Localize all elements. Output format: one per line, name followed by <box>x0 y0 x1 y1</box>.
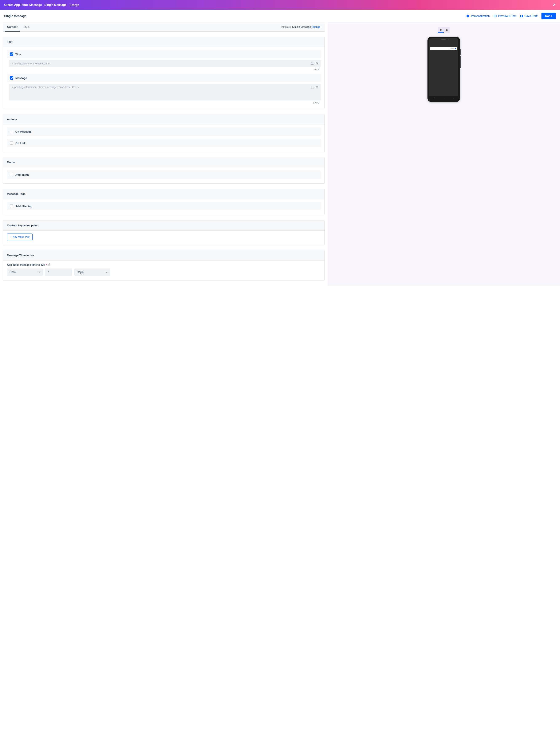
save-draft-button[interactable]: Save Draft <box>520 14 537 18</box>
android-toggle[interactable] <box>438 27 444 33</box>
add-kv-button[interactable]: + Key-Value Pair <box>7 233 33 240</box>
template-info: Template: Simple Message Change <box>280 25 320 28</box>
banner-left: Create App Inbox Message - Single Messag… <box>4 3 79 6</box>
main-layout: Content Style Template: Simple Message C… <box>0 22 560 286</box>
tags-card-header: Message Tags <box>3 189 324 199</box>
kv-button-label: Key-Value Pair <box>13 236 29 238</box>
title-label: Title <box>15 53 21 56</box>
add-filter-label: Add filter tag <box>15 205 32 208</box>
message-row: Message <box>7 74 321 82</box>
notification-time: Just now <box>449 48 455 49</box>
ttl-card: Message Time to live App Inbox message t… <box>3 250 325 281</box>
android-icon <box>439 28 442 31</box>
phone-side-button-2 <box>460 56 461 68</box>
template-change-link[interactable]: Change <box>312 25 320 28</box>
tab-content[interactable]: Content <box>7 22 18 32</box>
on-message-label: On Message <box>15 130 32 133</box>
title-char-count: 0 / 50 <box>9 68 321 71</box>
ttl-unit-select[interactable]: Day(s) <box>74 268 110 275</box>
banner-title: Create App Inbox Message - Single Messag… <box>4 3 66 6</box>
message-char-count: 0 / 250 <box>9 102 321 104</box>
required-asterisk: * <box>46 263 47 266</box>
add-image-checkbox[interactable] <box>10 173 13 176</box>
tab-style[interactable]: Style <box>23 22 29 32</box>
save-icon <box>520 14 523 18</box>
ttl-label-row: App Inbox message time to live* ? <box>7 263 321 266</box>
phone-side-button-1 <box>460 49 461 55</box>
braces-icon[interactable]: {{}} <box>311 62 314 65</box>
template-label: Template: <box>280 25 292 28</box>
tab-bar: Content Style Template: Simple Message C… <box>3 22 325 32</box>
kv-card: Custom key-value pairs + Key-Value Pair <box>3 220 325 245</box>
on-link-checkbox[interactable] <box>10 141 13 145</box>
actions-card: Actions On Message On Link <box>3 114 325 152</box>
media-card-header: Media <box>3 157 324 167</box>
phone-speaker <box>441 39 446 40</box>
svg-point-1 <box>495 16 496 16</box>
header-actions: Personalization Preview & Test Save Draf… <box>466 13 556 19</box>
message-input[interactable] <box>12 86 307 98</box>
personalization-button[interactable]: Personalization <box>466 14 489 18</box>
kv-card-body: + Key-Value Pair <box>3 230 324 245</box>
ttl-unit-select-wrap: Day(s) <box>74 268 110 275</box>
notification-dot-icon <box>455 48 456 49</box>
close-icon[interactable]: ✕ <box>553 2 556 7</box>
ios-toggle[interactable] <box>444 27 449 33</box>
tabs: Content Style <box>7 22 29 32</box>
template-value: Simple Message <box>292 25 311 28</box>
ttl-card-body: App Inbox message time to live* ? Finite… <box>3 261 324 280</box>
help-icon[interactable]: ? <box>48 263 51 266</box>
phone-screen: Just now ▢ ○ ◁ <box>429 38 458 100</box>
title-row: Title <box>7 50 321 58</box>
braces-icon[interactable]: {{}} <box>311 85 314 88</box>
preview-test-label: Preview & Test <box>498 14 516 18</box>
kv-card-header: Custom key-value pairs <box>3 221 324 230</box>
phone-mockup: Just now ▢ ○ ◁ <box>427 37 460 102</box>
top-banner: Create App Inbox Message - Single Messag… <box>0 0 560 10</box>
message-label: Message <box>15 77 27 80</box>
ttl-type-select-wrap: Finite <box>7 268 43 275</box>
ttl-card-header: Message Time to live <box>3 250 324 261</box>
text-card: Text Title {{}} @ 0 / 50 <box>3 37 325 109</box>
left-column: Content Style Template: Simple Message C… <box>0 22 327 286</box>
sub-header: Single Message Personalization Preview &… <box>0 10 560 22</box>
message-field-icons: {{}} @ <box>311 85 319 88</box>
apple-icon <box>445 28 448 32</box>
title-field-icons: {{}} @ <box>311 62 319 65</box>
title-checkbox[interactable] <box>10 53 13 56</box>
on-message-checkbox[interactable] <box>10 130 13 133</box>
phone-notification: Just now <box>430 47 457 50</box>
actions-card-body: On Message On Link <box>3 124 324 152</box>
actions-card-header: Actions <box>3 114 324 124</box>
text-card-header: Text <box>3 37 324 47</box>
preview-panel: Just now ▢ ○ ◁ <box>327 22 560 286</box>
message-input-wrap: {{}} @ 0 / 250 <box>7 84 321 104</box>
title-field: {{}} @ <box>9 60 321 67</box>
at-icon[interactable]: @ <box>316 62 319 65</box>
add-filter-checkbox[interactable] <box>10 204 13 208</box>
banner-change-link[interactable]: Change <box>69 3 79 6</box>
add-image-label: Add Image <box>15 173 29 176</box>
text-card-body: Title {{}} @ 0 / 50 Message <box>3 47 324 109</box>
add-filter-row: Add filter tag <box>7 202 321 210</box>
ttl-type-select[interactable]: Finite <box>7 268 43 275</box>
ttl-label-text: App Inbox message time to live <box>7 263 45 266</box>
ttl-inputs: Finite Day(s) <box>7 268 321 275</box>
media-card-body: Add Image <box>3 167 324 183</box>
title-input-wrap: {{}} @ 0 / 50 <box>7 60 321 71</box>
on-link-label: On Link <box>15 142 25 145</box>
personalization-label: Personalization <box>471 14 489 18</box>
done-button[interactable]: Done <box>541 13 556 19</box>
at-icon[interactable]: @ <box>316 85 319 88</box>
nav-recent-icon: ▢ <box>434 97 435 99</box>
title-input[interactable] <box>12 62 307 65</box>
ttl-value-input[interactable] <box>45 268 72 275</box>
preview-icon <box>494 14 497 18</box>
preview-test-button[interactable]: Preview & Test <box>494 14 516 18</box>
page-title: Single Message <box>4 14 26 18</box>
on-message-row: On Message <box>7 127 321 136</box>
gear-icon <box>466 14 469 18</box>
message-checkbox[interactable] <box>10 76 13 80</box>
message-field: {{}} @ <box>9 84 321 100</box>
on-link-row: On Link <box>7 139 321 147</box>
